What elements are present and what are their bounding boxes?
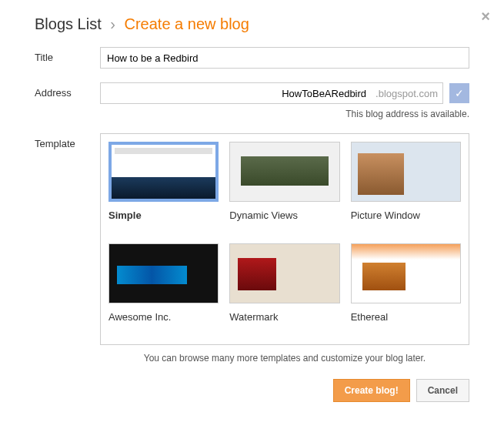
template-thumbnail <box>351 142 461 202</box>
template-item[interactable]: Watermark <box>229 243 339 337</box>
close-icon[interactable]: × <box>481 8 490 25</box>
address-input[interactable] <box>101 85 372 102</box>
checkmark-icon: ✓ <box>449 83 469 103</box>
cancel-button[interactable]: Cancel <box>416 379 469 402</box>
create-blog-modal: × Blogs List › Create a new blog Title A… <box>0 0 504 421</box>
template-thumbnail <box>229 142 339 202</box>
template-name: Ethereal <box>351 311 461 323</box>
template-name: Picture Window <box>351 209 461 221</box>
breadcrumb-root[interactable]: Blogs List <box>35 15 102 32</box>
template-item[interactable]: Picture Window <box>351 142 461 236</box>
template-item[interactable]: Ethereal <box>351 243 461 337</box>
address-label: Address <box>35 82 100 99</box>
template-hint: You can browse many more templates and c… <box>100 353 469 364</box>
breadcrumb-current: Create a new blog <box>125 15 249 32</box>
template-item[interactable]: Simple <box>108 142 219 236</box>
template-name: Dynamic Views <box>229 209 339 221</box>
template-thumbnail <box>229 243 339 303</box>
template-item[interactable]: Dynamic Views <box>229 142 339 236</box>
template-name: Simple <box>108 209 219 221</box>
template-thumbnail <box>108 243 219 303</box>
template-name: Awesome Inc. <box>108 311 219 323</box>
breadcrumb: Blogs List › Create a new blog <box>35 15 469 33</box>
breadcrumb-separator: › <box>110 15 115 32</box>
template-name: Watermark <box>229 311 339 323</box>
address-suffix: .blogspot.com <box>372 88 438 99</box>
template-label: Template <box>35 133 100 149</box>
address-status: This blog address is available. <box>100 109 469 119</box>
title-label: Title <box>35 47 100 63</box>
template-item[interactable]: Awesome Inc. <box>108 243 219 337</box>
template-picker[interactable]: SimpleDynamic ViewsPicture WindowAwesome… <box>100 133 469 345</box>
create-blog-button[interactable]: Create blog! <box>333 379 410 402</box>
template-thumbnail <box>108 142 219 202</box>
title-input[interactable] <box>100 47 469 69</box>
address-field-wrap: .blogspot.com <box>100 82 443 104</box>
template-thumbnail <box>351 243 461 303</box>
